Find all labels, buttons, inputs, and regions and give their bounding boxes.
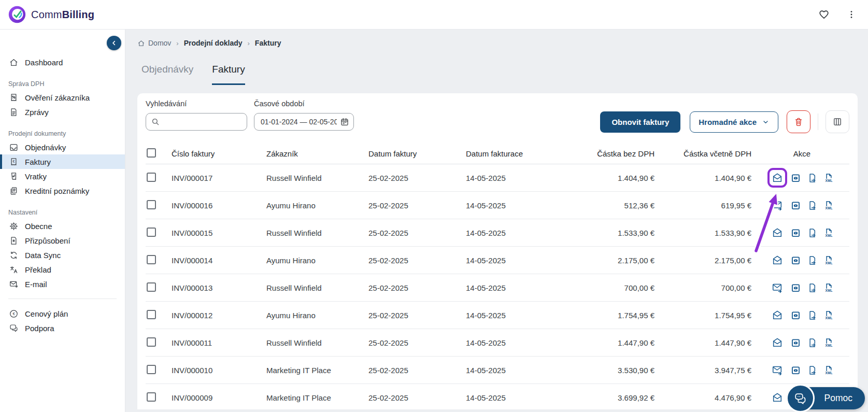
date-range-input[interactable] <box>254 113 354 131</box>
table-header-row: Číslo faktury Zákazník Datum faktury Dat… <box>146 144 849 164</box>
favorites-heart-icon[interactable] <box>817 8 831 21</box>
send-email-icon[interactable] <box>767 388 787 407</box>
billing-date: 14-05-2025 <box>466 256 562 265</box>
sidebar-item-zpravy[interactable]: Zprávy <box>0 105 125 119</box>
billing-date: 14-05-2025 <box>466 229 562 237</box>
breadcrumb-faktury: Faktury <box>255 39 281 47</box>
sidebar-item-faktury[interactable]: € Faktury <box>0 154 125 169</box>
sidebar-item-email[interactable]: E-mail <box>0 277 125 291</box>
delete-button[interactable] <box>787 110 810 133</box>
view-invoice-icon[interactable] <box>788 362 804 378</box>
send-email-icon[interactable] <box>767 168 787 188</box>
send-email-icon[interactable] <box>767 195 787 215</box>
export-xml-icon[interactable]: XML <box>821 170 837 186</box>
bulk-actions-button[interactable]: Hromadné akce <box>690 111 778 133</box>
send-email-icon[interactable] <box>767 360 787 380</box>
column-header-invoice-date[interactable]: Datum faktury <box>368 149 466 158</box>
row-checkbox[interactable] <box>147 228 156 237</box>
export-xml-icon[interactable]: XML <box>821 280 837 295</box>
row-checkbox[interactable] <box>147 282 156 292</box>
brand-logo[interactable]: CommBilling <box>8 6 94 23</box>
tab-objednavky[interactable]: Objednávky <box>141 64 193 85</box>
column-header-customer[interactable]: Zákazník <box>266 149 368 158</box>
sidebar-collapse-button[interactable] <box>107 36 121 50</box>
amount-gross: 2.175,00 € <box>658 256 755 265</box>
main-content: Domov › Prodejní doklady › Faktury Objed… <box>125 30 868 412</box>
sidebar-item-podpora[interactable]: Podpora <box>0 321 125 335</box>
sidebar-item-data-sync[interactable]: Data Sync <box>0 248 125 262</box>
reports-icon <box>8 107 19 117</box>
send-email-icon[interactable] <box>767 250 787 270</box>
sidebar-item-preklad[interactable]: Překlad <box>0 262 125 277</box>
tabs: Objednávky Faktury <box>137 64 858 85</box>
view-invoice-icon[interactable] <box>788 170 804 186</box>
row-checkbox[interactable] <box>147 200 156 209</box>
tab-faktury[interactable]: Faktury <box>212 64 245 85</box>
export-xml-icon[interactable]: XML <box>821 362 837 378</box>
breadcrumb-prodejni-doklady[interactable]: Prodejní doklady <box>184 39 243 47</box>
export-document-icon[interactable] <box>805 170 820 186</box>
view-invoice-icon[interactable] <box>788 280 804 295</box>
send-email-icon[interactable] <box>767 223 787 243</box>
kebab-menu-icon[interactable] <box>845 8 858 21</box>
export-xml-icon[interactable]: XML <box>821 225 837 240</box>
brand-logo-icon <box>8 6 26 23</box>
export-document-icon[interactable] <box>805 362 820 378</box>
sidebar-item-kreditni-poznamky[interactable]: Kreditní poznámky <box>0 183 125 198</box>
table-row: INV/000011 Russell Winfield 25-02-2025 1… <box>146 329 849 357</box>
export-xml-icon[interactable]: XML <box>821 335 837 350</box>
export-document-icon[interactable] <box>805 307 820 323</box>
search-input[interactable] <box>146 113 247 131</box>
breadcrumb-label: Domov <box>148 39 171 47</box>
home-icon <box>8 57 19 67</box>
export-document-icon[interactable] <box>805 335 820 350</box>
column-header-net[interactable]: Částka bez DPH <box>562 149 658 158</box>
row-checkbox[interactable] <box>147 173 156 182</box>
calendar-icon[interactable] <box>340 117 349 126</box>
billing-date: 14-05-2025 <box>466 393 562 402</box>
export-document-icon[interactable] <box>805 280 820 295</box>
sidebar-item-overeni-zakaznika[interactable]: Ověření zákazníka <box>0 90 125 105</box>
export-xml-icon[interactable]: XML <box>821 252 837 268</box>
row-checkbox[interactable] <box>147 337 156 347</box>
view-invoice-icon[interactable] <box>788 197 804 213</box>
column-header-invoice[interactable]: Číslo faktury <box>172 149 266 158</box>
sidebar-item-cenovy-plan[interactable]: € Cenový plán <box>0 306 125 321</box>
sidebar-item-obecne[interactable]: Obecne <box>0 219 125 233</box>
invoice-date: 25-02-2025 <box>368 229 466 237</box>
amount-net: 1.754,95 € <box>562 311 658 320</box>
view-invoice-icon[interactable] <box>788 335 804 350</box>
export-document-icon[interactable] <box>805 252 820 268</box>
amount-net: 3.699,92 € <box>562 393 658 402</box>
export-xml-icon[interactable]: XML <box>821 197 837 213</box>
sidebar-item-vratky[interactable]: Vratky <box>0 169 125 183</box>
sidebar-item-objednavky[interactable]: Objednávky <box>0 140 125 154</box>
column-header-billing-date[interactable]: Datum fakturace <box>466 149 562 158</box>
help-button[interactable]: Pomoc <box>791 387 865 409</box>
view-invoice-icon[interactable] <box>788 307 804 323</box>
column-header-gross[interactable]: Částka včetně DPH <box>658 149 755 158</box>
row-actions: XML <box>755 278 849 297</box>
send-email-icon[interactable] <box>767 305 787 325</box>
invoice-date: 25-02-2025 <box>368 201 466 210</box>
row-checkbox[interactable] <box>147 255 156 264</box>
send-email-icon[interactable] <box>767 333 787 352</box>
row-checkbox[interactable] <box>147 365 156 374</box>
export-document-icon[interactable] <box>805 197 820 213</box>
svg-text:XML: XML <box>826 316 833 319</box>
refresh-invoices-button[interactable]: Obnovit faktury <box>600 111 680 133</box>
export-xml-icon[interactable]: XML <box>821 307 837 323</box>
view-invoice-icon[interactable] <box>788 225 804 240</box>
row-checkbox[interactable] <box>147 392 156 402</box>
export-document-icon[interactable] <box>805 225 820 240</box>
row-checkbox[interactable] <box>147 310 156 319</box>
columns-settings-button[interactable] <box>826 110 849 133</box>
breadcrumb-home[interactable]: Domov <box>137 39 171 47</box>
sidebar-item-dashboard[interactable]: Dashboard <box>0 55 125 69</box>
orders-icon <box>8 142 19 152</box>
view-invoice-icon[interactable] <box>788 252 804 268</box>
sidebar-item-prizpusobeni[interactable]: Přizpůsobení <box>0 233 125 248</box>
customer-name: Russell Winfield <box>266 174 368 182</box>
select-all-checkbox[interactable] <box>147 148 156 158</box>
send-email-icon[interactable] <box>767 278 787 297</box>
